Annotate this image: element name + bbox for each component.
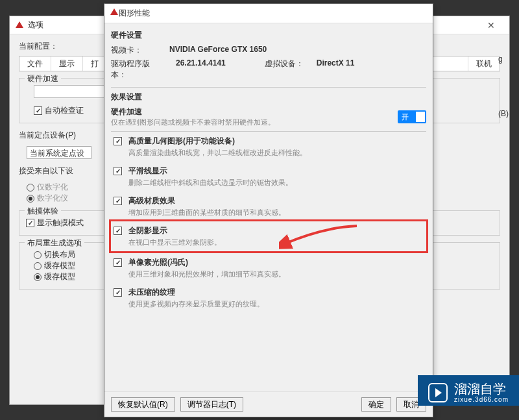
- fx-section-title: 效果设置: [111, 92, 426, 103]
- fx-check-fullshadow[interactable]: [114, 227, 122, 235]
- hw-accel-title: 硬件加速: [25, 73, 61, 84]
- close-icon[interactable]: ✕: [478, 16, 504, 34]
- layout-radio-3-label: 缓存模型: [44, 271, 75, 282]
- watermark: 溜溜自学 zixue.3d66.com: [418, 375, 519, 406]
- videocard-label: 视频卡：: [111, 45, 156, 56]
- fx-item-smoothline: 平滑线显示 删除二维线框中斜线和曲线式边显示时的锯齿效果。: [111, 162, 426, 191]
- hwaccel-label: 硬件加速: [111, 106, 275, 117]
- options-title: 选项: [28, 19, 43, 31]
- fx-desc-5: 使用更多视频内存来显示质量更好的纹理。: [128, 299, 264, 309]
- radio-digitizer-only-label: 仅数字化: [37, 182, 68, 193]
- hwaccel-hint: 仅在遇到图形问题或视频卡不兼容时禁用硬件加速。: [111, 117, 275, 127]
- layout-radio-3[interactable]: [34, 273, 42, 281]
- fx-title-0: 高质量几何图形(用于功能设备): [128, 136, 307, 147]
- partial-g: g: [498, 55, 509, 64]
- fx-desc-3: 在视口中显示三维对象阴影。: [128, 238, 221, 247]
- videocard-value: NVIDIA GeForce GTX 1650: [169, 45, 267, 56]
- hw-section: 硬件设置 视频卡： NVIDIA GeForce GTX 1650 驱动程序版本…: [111, 26, 426, 88]
- fx-title-1: 平滑线显示: [128, 166, 293, 177]
- fx-item-pixellight: 单像素光照(冯氏) 使用三维对象和光照效果时，增加细节和真实感。: [111, 253, 426, 283]
- fx-title-5: 未压缩的纹理: [128, 287, 264, 298]
- tab-display[interactable]: 显示: [51, 56, 83, 71]
- partial-b: (B): [498, 109, 509, 118]
- graphics-title: 图形性能: [119, 8, 150, 19]
- hw-accel-textbox[interactable]: [34, 85, 105, 98]
- layout-title: 布局重生成选项: [25, 238, 84, 249]
- graphics-buttonbar: 恢复默认值(R) 调节器日志(T) 确定 取消: [104, 391, 433, 417]
- right-partial: g (B): [498, 55, 509, 118]
- svg-marker-1: [110, 8, 118, 15]
- graphics-perf-dialog: 图形性能 硬件设置 视频卡： NVIDIA GeForce GTX 1650 驱…: [104, 3, 433, 417]
- fx-check-uncompressed[interactable]: [114, 288, 122, 297]
- fx-check-hqgeom[interactable]: [114, 137, 122, 145]
- fx-check-advmaterial[interactable]: [114, 197, 122, 205]
- tab-file[interactable]: 文件: [19, 56, 51, 71]
- hw-section-title: 硬件设置: [111, 30, 426, 41]
- pointer-combo[interactable]: 当前系统定点设: [27, 146, 91, 159]
- hwaccel-toggle[interactable]: 开: [398, 110, 426, 123]
- fx-item-uncompressed: 未压缩的纹理 使用更多视频内存来显示质量更好的纹理。: [111, 283, 426, 313]
- auto-check-label: 自动检查证: [45, 105, 84, 116]
- touch-checkbox[interactable]: [26, 219, 34, 227]
- fx-check-smoothline[interactable]: [114, 167, 122, 175]
- log-button[interactable]: 调节器日志(T): [180, 397, 243, 412]
- radio-digitizer-only[interactable]: [27, 184, 34, 191]
- layout-radio-2[interactable]: [34, 262, 42, 270]
- driver-label: 驱动程序版本：: [111, 58, 163, 80]
- radio-digitizer[interactable]: [27, 195, 34, 203]
- fx-item-hqgeom: 高质量几何图形(用于功能设备) 高质量渲染曲线和线宽，并以二维线框改进反走样性能…: [111, 132, 426, 162]
- fx-title-3: 全阴影显示: [128, 225, 221, 236]
- radio-digitizer-label: 数字化仪: [37, 193, 68, 204]
- app-logo-icon: [15, 21, 24, 30]
- hwaccel-row: 硬件加速 仅在遇到图形问题或视频卡不兼容时禁用硬件加速。 开: [111, 106, 426, 132]
- videocard-row: 视频卡： NVIDIA GeForce GTX 1650: [111, 45, 426, 56]
- play-icon: [428, 383, 448, 402]
- fx-title-2: 高级材质效果: [128, 195, 285, 206]
- fx-desc-0: 高质量渲染曲线和线宽，并以二维线框改进反走样性能。: [128, 148, 307, 158]
- toggle-label: 开: [402, 112, 409, 122]
- fx-desc-2: 增加应用到三维曲面的某些材质的细节和真实感。: [128, 208, 285, 217]
- fx-section: 效果设置 硬件加速 仅在遇到图形问题或视频卡不兼容时禁用硬件加速。 开 高质量几…: [111, 88, 426, 317]
- watermark-brand: 溜溜自学: [454, 382, 509, 396]
- virtdev-label: 虚拟设备：: [265, 58, 304, 80]
- layout-radio-1-label: 切换布局: [44, 249, 75, 260]
- graphics-titlebar: 图形性能: [104, 4, 433, 23]
- fx-desc-1: 删除二维线框中斜线和曲线式边显示时的锯齿效果。: [128, 178, 293, 188]
- fx-check-pixellight[interactable]: [114, 258, 122, 267]
- hwaccel-block: 硬件加速 仅在遇到图形问题或视频卡不兼容时禁用硬件加速。: [111, 106, 275, 127]
- layout-radio-2-label: 缓存模型: [44, 260, 75, 271]
- fx-item-advmaterial: 高级材质效果 增加应用到三维曲面的某些材质的细节和真实感。: [111, 191, 426, 221]
- ok-button[interactable]: 确定: [361, 397, 391, 412]
- auto-check-checkbox[interactable]: [34, 106, 42, 115]
- app-logo-icon: [110, 8, 119, 19]
- driver-row: 驱动程序版本： 26.21.14.4141 虚拟设备： DirectX 11: [111, 58, 426, 80]
- touch-title: 触摸体验: [25, 206, 61, 217]
- graphics-body: 硬件设置 视频卡： NVIDIA GeForce GTX 1650 驱动程序版本…: [104, 23, 433, 391]
- watermark-url: zixue.3d66.com: [454, 396, 509, 403]
- tab-network[interactable]: 联机: [468, 56, 500, 71]
- fx-title-4: 单像素光照(冯氏): [128, 257, 285, 268]
- svg-marker-0: [16, 21, 23, 28]
- touch-label: 显示触摸模式: [37, 217, 84, 229]
- fx-item-fullshadow: 全阴影显示 在视口中显示三维对象阴影。: [109, 219, 428, 253]
- layout-radio-1[interactable]: [34, 251, 42, 259]
- driver-value: 26.21.14.4141: [176, 58, 226, 80]
- fx-desc-4: 使用三维对象和光照效果时，增加细节和真实感。: [128, 269, 285, 279]
- virtdev-value: DirectX 11: [317, 58, 355, 80]
- reset-button[interactable]: 恢复默认值(R): [111, 397, 175, 412]
